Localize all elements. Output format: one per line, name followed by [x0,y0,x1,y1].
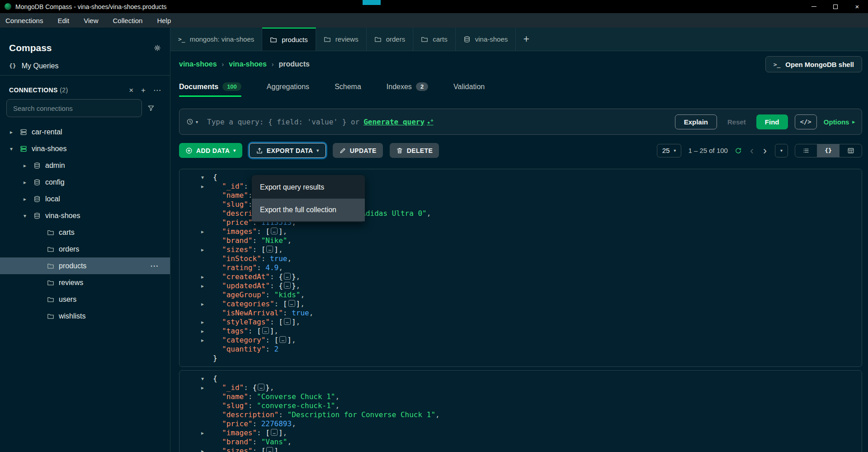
caret-right-icon[interactable]: ▸ [201,327,204,336]
collection-header: vina-shoes›vina-shoes›products >_ Open M… [170,51,868,77]
query-history-button[interactable]: ▾ [186,118,198,125]
my-queries-item[interactable]: {} My Queries [0,57,170,76]
workspace-tab-mongosh-vina-shoes[interactable]: >_mongosh: vina-shoes [170,28,262,51]
menu-item-export-query-results[interactable]: Export query results [252,176,365,199]
caret-right-icon[interactable]: ▸ [10,129,20,135]
json-view-button[interactable]: {} [817,144,840,157]
sidebar-item-users[interactable]: users [0,291,170,308]
page-size-select[interactable]: 25▾ [657,144,682,157]
generate-query-link[interactable]: Generate query✦+ [363,118,433,126]
new-tab-button[interactable]: + [516,28,537,51]
caret-down-icon[interactable]: ▾ [201,374,204,383]
close-icon[interactable]: × [129,86,133,94]
add-connection-icon[interactable]: + [141,86,146,94]
list-view-button[interactable] [795,144,817,157]
collapsed-ellipsis-icon[interactable]: … [284,282,291,289]
pagination-range: 1 – 25 of 100 [688,147,728,154]
caret-down-icon[interactable]: ▾ [10,146,20,152]
tab-indexes[interactable]: Indexes2 [387,82,428,97]
collapsed-ellipsis-icon[interactable]: … [262,327,269,334]
more-options-icon[interactable]: ⋯ [153,86,161,94]
menu-view[interactable]: View [84,17,98,24]
workspace-tab-vina-shoes[interactable]: vina-shoes [456,28,516,51]
sidebar-item-admin[interactable]: ▸admin [0,157,170,174]
collapsed-ellipsis-icon[interactable]: … [258,384,264,390]
workspace-tab-bar: >_mongosh: vina-shoesproductsreviewsorde… [170,28,868,51]
update-button[interactable]: UPDATE [333,143,383,158]
collapsed-ellipsis-icon[interactable]: … [284,318,291,325]
sidebar-item-products[interactable]: products⋯ [0,257,170,274]
export-data-button[interactable]: EXPORT DATA ▾ [249,143,326,158]
caret-right-icon[interactable]: ▸ [201,318,204,327]
caret-down-icon[interactable]: ▾ [201,173,204,182]
workspace-tab-carts[interactable]: carts [413,28,456,51]
close-button[interactable]: × [846,0,868,13]
query-input-placeholder[interactable]: Type a query: { field: 'value' } or [207,118,359,126]
collapsed-ellipsis-icon[interactable]: … [279,336,286,343]
workspace-tab-products[interactable]: products [262,28,316,51]
workspace-tab-orders[interactable]: orders [367,28,414,51]
sidebar-item-wishlists[interactable]: wishlists [0,308,170,324]
caret-right-icon[interactable]: ▸ [201,447,204,452]
tab-validation[interactable]: Validation [453,83,485,97]
open-shell-button[interactable]: >_ Open MongoDB shell [765,56,862,72]
sidebar-item-orders[interactable]: orders [0,241,170,257]
search-connections-input[interactable] [6,99,142,117]
caret-right-icon[interactable]: ▸ [201,281,204,290]
settings-gear-icon[interactable] [154,44,161,52]
table-view-button[interactable] [840,144,862,157]
tab-documents[interactable]: Documents100 [179,82,241,97]
options-button[interactable]: Options▸ [824,118,855,126]
delete-button[interactable]: DELETE [390,143,439,158]
tab-aggregations[interactable]: Aggregations [267,83,309,97]
tab-schema[interactable]: Schema [335,83,361,97]
filter-icon[interactable] [147,105,155,112]
workspace-tab-reviews[interactable]: reviews [316,28,367,51]
menu-collection[interactable]: Collection [113,17,143,24]
refresh-icon[interactable] [735,147,742,154]
sidebar-item-carts[interactable]: carts [0,224,170,241]
workspace-tab-label: products [282,36,308,43]
reset-button[interactable]: Reset [724,118,750,126]
menu-edit[interactable]: Edit [57,17,69,24]
next-page-button[interactable]: › [762,145,768,156]
caret-right-icon[interactable]: ▸ [24,162,33,169]
collapsed-ellipsis-icon[interactable]: … [284,273,291,280]
caret-right-icon[interactable]: ▸ [201,227,204,236]
explain-button[interactable]: Explain [675,114,717,129]
caret-right-icon[interactable]: ▸ [201,245,204,254]
breadcrumb-item-vina-shoes[interactable]: vina-shoes [229,60,267,68]
caret-right-icon[interactable]: ▸ [24,179,33,186]
caret-right-icon[interactable]: ▸ [201,428,204,438]
menu-help[interactable]: Help [157,17,171,24]
sidebar-item-vina-shoes[interactable]: ▾vina-shoes [0,140,170,157]
sidebar-item-config[interactable]: ▸config [0,174,170,190]
find-button[interactable]: Find [756,114,788,129]
sidebar-item-reviews[interactable]: reviews [0,274,170,291]
menu-connections[interactable]: Connections [5,17,43,24]
caret-right-icon[interactable]: ▸ [201,300,204,309]
caret-down-icon[interactable]: ▾ [24,213,33,219]
collapsed-ellipsis-icon[interactable]: … [288,300,295,307]
maximize-button[interactable] [825,0,846,13]
more-options-icon[interactable]: ⋯ [150,261,159,271]
caret-right-icon[interactable]: ▸ [201,272,204,281]
caret-right-icon[interactable]: ▸ [201,383,204,392]
expand-collapse-select[interactable]: ▾ [775,144,788,157]
sidebar-item-car-rental[interactable]: ▸car-rental [0,124,170,140]
collapsed-ellipsis-icon[interactable]: … [266,447,273,452]
breadcrumb-item-vina-shoes[interactable]: vina-shoes [179,60,217,68]
collapsed-ellipsis-icon[interactable]: … [271,429,278,436]
menu-item-export-the-full-collection[interactable]: Export the full collection [252,199,365,221]
code-toggle-button[interactable]: </> [795,114,817,129]
prev-page-button[interactable]: ‹ [749,145,755,156]
caret-right-icon[interactable]: ▸ [201,182,204,191]
caret-right-icon[interactable]: ▸ [201,336,204,345]
caret-right-icon[interactable]: ▸ [24,196,33,202]
add-data-button[interactable]: ADD DATA ▾ [179,143,242,158]
minimize-button[interactable] [803,0,825,13]
collapsed-ellipsis-icon[interactable]: … [271,228,278,234]
collapsed-ellipsis-icon[interactable]: … [266,246,273,252]
sidebar-item-vina-shoes[interactable]: ▾vina-shoes [0,207,170,224]
sidebar-item-local[interactable]: ▸local [0,190,170,207]
